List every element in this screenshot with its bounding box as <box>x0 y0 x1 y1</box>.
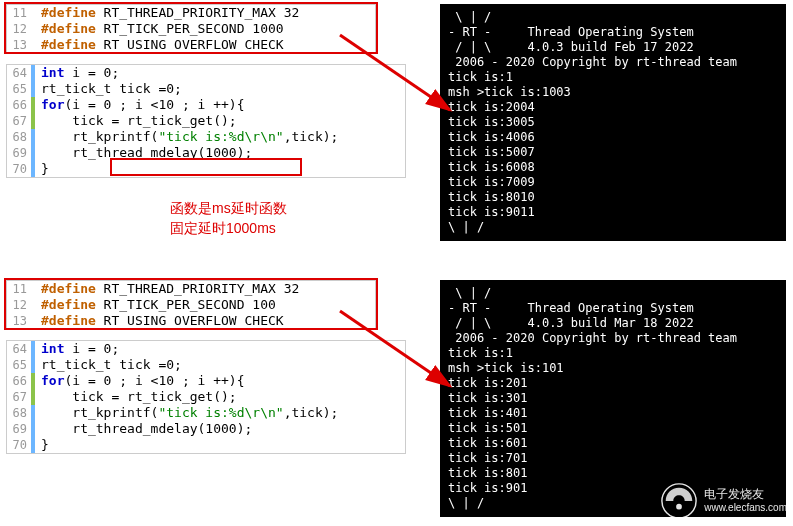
terminal-line: tick is:201 <box>448 376 778 391</box>
terminal-line: - RT - Thread Operating System <box>448 25 778 40</box>
arrow-bottom <box>330 296 470 416</box>
red-box-top-defines <box>4 2 378 54</box>
svg-line-0 <box>340 35 450 110</box>
terminal-line: tick is:2004 <box>448 100 778 115</box>
watermark-title: 电子发烧友 <box>704 487 787 501</box>
terminal-line: tick is:701 <box>448 451 778 466</box>
watermark: 电子发烧友 www.elecfans.com <box>660 482 787 520</box>
terminal-line: tick is:501 <box>448 421 778 436</box>
elecfans-logo-icon <box>660 482 698 520</box>
terminal-line: tick is:6008 <box>448 160 778 175</box>
arrow-top <box>330 20 470 140</box>
terminal-line: tick is:601 <box>448 436 778 451</box>
terminal-line: tick is:9011 <box>448 205 778 220</box>
svg-line-1 <box>340 311 450 386</box>
terminal-line: 2006 - 2020 Copyright by rt-thread team <box>448 331 778 346</box>
code-line: 70} <box>7 437 405 453</box>
terminal-line: tick is:1 <box>448 70 778 85</box>
top-terminal: \ | /- RT - Thread Operating System / | … <box>440 4 786 241</box>
terminal-line: tick is:7009 <box>448 175 778 190</box>
terminal-line: / | \ 4.0.3 build Mar 18 2022 <box>448 316 778 331</box>
terminal-line: tick is:1 <box>448 346 778 361</box>
red-box-mdelay <box>110 158 302 176</box>
red-box-bottom-defines <box>4 278 378 330</box>
terminal-line: tick is:8010 <box>448 190 778 205</box>
terminal-line: msh >tick is:1003 <box>448 85 778 100</box>
terminal-line: 2006 - 2020 Copyright by rt-thread team <box>448 55 778 70</box>
terminal-line: tick is:3005 <box>448 115 778 130</box>
watermark-url: www.elecfans.com <box>704 501 787 515</box>
terminal-line: \ | / <box>448 286 778 301</box>
code-line: 69 rt_thread_mdelay(1000); <box>7 421 405 437</box>
terminal-line: tick is:401 <box>448 406 778 421</box>
annotation-1: 函数是ms延时函数 <box>170 200 287 218</box>
annotation-2: 固定延时1000ms <box>170 220 276 238</box>
terminal-line: tick is:801 <box>448 466 778 481</box>
svg-point-3 <box>676 504 682 510</box>
terminal-line: tick is:301 <box>448 391 778 406</box>
terminal-line: tick is:5007 <box>448 145 778 160</box>
terminal-line: tick is:4006 <box>448 130 778 145</box>
terminal-line: \ | / <box>448 220 778 235</box>
terminal-line: \ | / <box>448 10 778 25</box>
terminal-line: msh >tick is:101 <box>448 361 778 376</box>
terminal-line: - RT - Thread Operating System <box>448 301 778 316</box>
terminal-line: / | \ 4.0.3 build Feb 17 2022 <box>448 40 778 55</box>
